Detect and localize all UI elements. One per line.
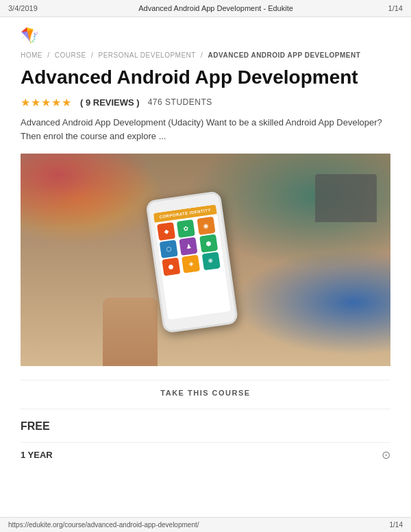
phone-icon-cell: ◈ bbox=[182, 254, 200, 273]
breadcrumb: HOME / COURSE / PERSONAL DEVELOPMENT / A… bbox=[21, 51, 390, 59]
phone-icons-grid: ◆✿◉⬡♟⬢⬣◈❋ bbox=[155, 214, 225, 278]
breadcrumb-sep-3: / bbox=[201, 51, 206, 59]
browser-bar: 3/4/2019 Advanced Android App Developmen… bbox=[0, 0, 411, 17]
phone-icon-cell: ❋ bbox=[201, 252, 220, 270]
footer-url: https://edukite.org/course/advanced-andr… bbox=[8, 521, 199, 529]
take-course-button[interactable]: TAKE THIS COURSE bbox=[160, 389, 250, 397]
footer-page-num: 1/14 bbox=[390, 521, 403, 529]
hand-silhouette bbox=[103, 298, 158, 366]
stars: ★★★★★ bbox=[21, 96, 72, 109]
breadcrumb-home[interactable]: HOME bbox=[21, 51, 42, 59]
cta-area: TAKE THIS COURSE bbox=[21, 380, 390, 409]
browser-page-num: 1/14 bbox=[382, 4, 403, 12]
course-image: CORPORATE IDENTITY ◆✿◉⬡♟⬢⬣◈❋ bbox=[21, 154, 390, 366]
logo-icon: 🪁 bbox=[21, 27, 39, 44]
phone-icon-cell: ⬢ bbox=[199, 234, 218, 252]
phone-icon-cell: ⬣ bbox=[162, 257, 180, 276]
breadcrumb-sep-1: / bbox=[47, 51, 52, 59]
description: Advanced Android App Development (Udacit… bbox=[21, 116, 390, 145]
browser-tab-title: Advanced Android App Development - Eduki… bbox=[49, 4, 382, 12]
laptop-silhouette bbox=[315, 174, 377, 222]
phone-icon-cell: ◉ bbox=[197, 217, 215, 235]
rating-row: ★★★★★ ( 9 REVIEWS ) 476 STUDENTS bbox=[21, 96, 390, 109]
clock-icon: ⊙ bbox=[382, 448, 390, 461]
page-title: Advanced Android App Development bbox=[21, 66, 390, 89]
breadcrumb-sep-2: / bbox=[91, 51, 96, 59]
phone-icon-cell: ✿ bbox=[177, 219, 195, 238]
info-section: FREE 1 YEAR ⊙ bbox=[21, 420, 390, 468]
phone-screen: CORPORATE IDENTITY ◆✿◉⬡♟⬢⬣◈❋ bbox=[153, 204, 231, 319]
page-content: 🪁 HOME / COURSE / PERSONAL DEVELOPMENT /… bbox=[0, 17, 411, 482]
phone-icon-cell: ◆ bbox=[157, 222, 175, 241]
breadcrumb-course[interactable]: COURSE bbox=[55, 51, 86, 59]
phone-icon-cell: ⬡ bbox=[160, 239, 178, 258]
divider bbox=[21, 442, 390, 443]
browser-date: 3/4/2019 bbox=[8, 4, 49, 12]
students-label: 476 STUDENTS bbox=[148, 97, 212, 107]
logo-area: 🪁 bbox=[21, 17, 390, 51]
reviews-label: ( 9 REVIEWS ) bbox=[80, 97, 140, 108]
phone-icon-cell: ♟ bbox=[179, 237, 198, 255]
duration-label: 1 YEAR bbox=[21, 450, 53, 460]
course-image-bg: CORPORATE IDENTITY ◆✿◉⬡♟⬢⬣◈❋ bbox=[21, 154, 390, 366]
bottom-bar: https://edukite.org/course/advanced-andr… bbox=[0, 517, 411, 532]
duration-row: 1 YEAR ⊙ bbox=[21, 448, 390, 461]
breadcrumb-current: ADVANCED ANDROID APP DEVELOPMENT bbox=[208, 51, 361, 59]
breadcrumb-personal-dev[interactable]: PERSONAL DEVELOPMENT bbox=[98, 51, 195, 59]
price-label: FREE bbox=[21, 420, 390, 433]
